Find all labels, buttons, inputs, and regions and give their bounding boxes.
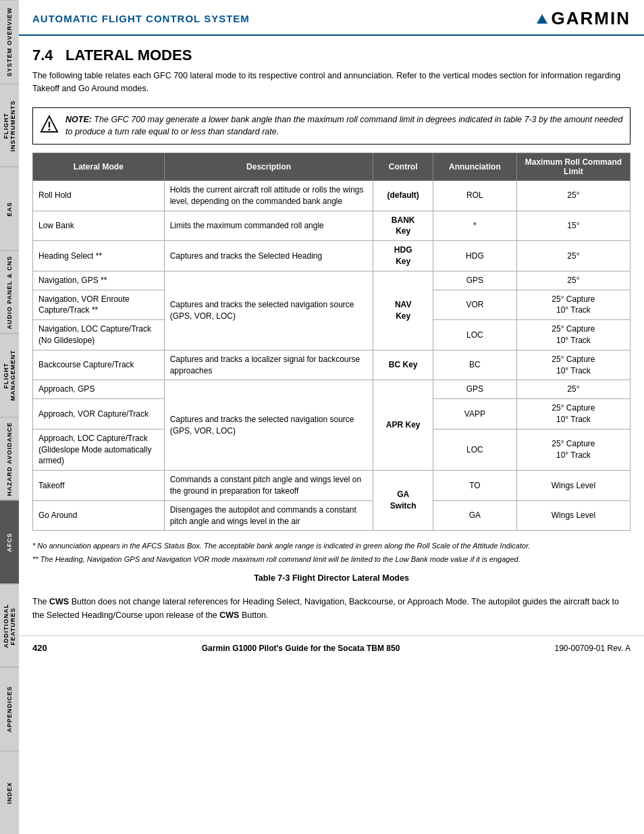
side-tab-9[interactable]: INDEX	[0, 751, 19, 835]
svg-point-2	[49, 128, 51, 130]
section-number: 7.4	[32, 47, 53, 63]
table-row: Backcourse Capture/TrackCaptures and tra…	[33, 350, 630, 380]
note-text: NOTE: The GFC 700 may generate a lower b…	[65, 113, 623, 139]
page-header: AUTOMATIC FLIGHT CONTROL SYSTEM GARMIN	[19, 0, 644, 36]
note-label: NOTE:	[65, 115, 92, 124]
cws-bold-2: CWS	[219, 610, 239, 620]
table-row: Navigation, GPS **Captures and tracks th…	[33, 271, 630, 290]
th-lateral-mode: Lateral Mode	[33, 153, 165, 181]
footnote-1: * No annunciation appears in the AFCS St…	[32, 540, 630, 552]
warning-icon	[40, 115, 59, 134]
th-control: Control	[373, 153, 433, 181]
garmin-logo: GARMIN	[537, 8, 630, 29]
side-tab-6[interactable]: AFCS	[0, 500, 19, 584]
side-tabs: SYSTEM OVERVIEWFLIGHT INSTRUMENTSEASAUDI…	[0, 0, 19, 834]
body-text: The CWS Button does not change lateral r…	[19, 590, 644, 629]
side-tab-5[interactable]: HAZARD AVOIDANCE	[0, 417, 19, 501]
note-box: NOTE: The GFC 700 may generate a lower b…	[32, 107, 630, 145]
main-content: AUTOMATIC FLIGHT CONTROL SYSTEM GARMIN 7…	[19, 0, 644, 660]
side-tab-1[interactable]: FLIGHT INSTRUMENTS	[0, 84, 19, 167]
table-row: Roll HoldHolds the current aircraft roll…	[33, 181, 630, 211]
side-tab-2[interactable]: EAS	[0, 167, 19, 251]
intro-text: The following table relates each GFC 700…	[19, 70, 644, 102]
th-max-roll: Maximum Roll Command Limit	[516, 153, 630, 181]
lateral-modes-table: Lateral Mode Description Control Annunci…	[32, 153, 630, 531]
th-description: Description	[164, 153, 373, 181]
section-title: LATERAL MODES	[65, 47, 192, 63]
table-caption: Table 7-3 Flight Director Lateral Modes	[19, 569, 644, 590]
doc-title: Garmin G1000 Pilot's Guide for the Socat…	[202, 644, 400, 653]
garmin-logo-triangle	[537, 14, 547, 24]
side-tab-8[interactable]: APPENDICES	[0, 667, 19, 751]
table-row: Low BankLimits the maximum commanded rol…	[33, 211, 630, 241]
garmin-logo-text: GARMIN	[552, 8, 630, 29]
table-row: Go AroundDisengages the autopilot and co…	[33, 500, 630, 531]
note-body: The GFC 700 may generate a lower bank an…	[65, 115, 622, 137]
footnote-2: ** The Heading, Navigation GPS and Navig…	[32, 554, 630, 565]
footnotes: * No annunciation appears in the AFCS St…	[19, 538, 644, 569]
side-tab-3[interactable]: AUDIO PANEL & CNS	[0, 251, 19, 334]
side-tab-4[interactable]: FLIGHT MANAGEMENT	[0, 334, 19, 417]
cws-bold-1: CWS	[49, 597, 69, 606]
header-title: AUTOMATIC FLIGHT CONTROL SYSTEM	[32, 13, 250, 24]
side-tab-0[interactable]: SYSTEM OVERVIEW	[0, 0, 19, 84]
table-row: Heading Select **Captures and tracks the…	[33, 241, 630, 271]
table-row: TakeoffCommands a constant pitch angle a…	[33, 471, 630, 501]
table-row: Approach, GPSCaptures and tracks the sel…	[33, 380, 630, 399]
section-heading: 7.4 LATERAL MODES	[19, 36, 644, 70]
doc-number: 190-00709-01 Rev. A	[554, 644, 630, 653]
th-annunciation: Annunciation	[433, 153, 516, 181]
page-footer: 420 Garmin G1000 Pilot's Guide for the S…	[19, 635, 644, 660]
side-tab-7[interactable]: ADDITIONAL FEATURES	[0, 584, 19, 668]
page-number: 420	[32, 643, 47, 653]
